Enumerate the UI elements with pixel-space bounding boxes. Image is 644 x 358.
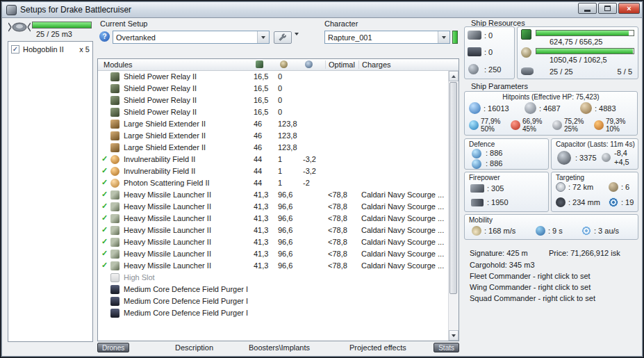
module-row[interactable]: High Slot	[98, 272, 449, 284]
module-row[interactable]: ✓Invulnerability Field II441-3,2	[98, 165, 449, 177]
titlebar[interactable]: Setups for Drake Battlecruiser	[2, 2, 642, 18]
module-powergrid-value: 96,6	[278, 202, 302, 211]
module-row[interactable]: Shield Power Relay II16,50	[98, 95, 449, 106]
maximize-icon	[604, 6, 611, 11]
scroll-up-button[interactable]	[449, 71, 459, 81]
volley-icon	[470, 184, 484, 193]
armor-hp-value: : 4687	[539, 104, 561, 113]
shield-recharge-icon	[472, 149, 481, 158]
close-button[interactable]: ×	[618, 3, 640, 14]
setup-dropdown-button[interactable]	[257, 31, 269, 43]
module-row[interactable]: Medium Core Defence Field Purger I	[98, 295, 449, 307]
tools-dropdown-button[interactable]	[295, 35, 299, 48]
targeting-range-value: : 72 km	[568, 183, 593, 191]
thermal-shield-resist: 66,9%	[522, 117, 542, 125]
module-row[interactable]: ✓Heavy Missile Launcher II41,396,6<78,8C…	[98, 225, 449, 236]
help-icon[interactable]: ?	[99, 31, 110, 42]
module-row[interactable]: Shield Power Relay II16,50	[98, 106, 449, 118]
module-row[interactable]: Shield Power Relay II16,50	[98, 71, 449, 83]
warp-speed-value: : 3 au/s	[594, 227, 619, 235]
large-shield-extender-icon	[110, 120, 119, 129]
module-cpu-value: 16,5	[254, 108, 277, 116]
em-resist-icon	[469, 120, 479, 130]
module-row[interactable]: Large Shield Extender II46123,8	[98, 142, 449, 154]
kinetic-shield-resist: 75,2%	[564, 117, 584, 125]
module-cpu-value: 41,3	[254, 226, 277, 234]
module-row[interactable]: ✓Heavy Missile Launcher II41,396,6<78,8C…	[98, 213, 449, 225]
module-cap-value: -3,2	[303, 155, 324, 163]
align-time-value: : 9 s	[548, 227, 563, 235]
module-cpu-value: 41,3	[254, 202, 277, 211]
wing-commander-line[interactable]: Wing Commander - right click to set	[470, 283, 591, 291]
module-row[interactable]: Shield Power Relay II16,50	[98, 83, 449, 95]
tab-description[interactable]: Description	[175, 343, 213, 352]
module-row[interactable]: ✓Heavy Missile Launcher II41,396,6<78,8C…	[98, 189, 449, 201]
module-row[interactable]: ✓Heavy Missile Launcher II41,396,6<78,8C…	[98, 236, 449, 248]
module-powergrid-value: 123,8	[278, 120, 302, 128]
cpu-column-icon	[256, 60, 263, 68]
character-select[interactable]: Rapture_001	[324, 31, 450, 44]
module-charges-value: Caldari Navy Scourge ...	[361, 226, 449, 234]
optimal-column-header: Optimal	[325, 60, 355, 69]
module-cpu-value: 46	[254, 120, 277, 128]
scroll-thumb[interactable]	[449, 82, 457, 294]
module-optimal-value: <78,8	[328, 238, 358, 246]
tab-boosters-implants[interactable]: Boosters\Implants	[249, 343, 310, 352]
warp-speed-icon	[581, 226, 591, 236]
drone-name: Hobgoblin II	[23, 45, 64, 54]
calibration-value: : 250	[484, 65, 501, 74]
module-charges-value: Caldari Navy Scourge ...	[361, 202, 449, 211]
scroll-down-button[interactable]	[449, 330, 459, 341]
module-row[interactable]: ✓Photon Scattering Field II441-2	[98, 177, 449, 189]
character-skill-bar	[452, 31, 458, 44]
chevron-down-icon	[442, 36, 446, 39]
tab-stats[interactable]: Stats	[434, 343, 459, 352]
tools-button[interactable]	[274, 31, 292, 44]
chevron-down-icon	[261, 36, 265, 39]
character-label: Character	[324, 19, 358, 28]
dronebay-icon	[521, 67, 534, 75]
fitted-check-icon: ✓	[100, 202, 109, 211]
module-name: Heavy Missile Launcher II	[124, 261, 251, 270]
thermal-resist-icon	[511, 120, 520, 130]
minimize-button[interactable]	[578, 3, 597, 14]
module-name: Heavy Missile Launcher II	[124, 238, 251, 246]
module-name: Medium Core Defence Field Purger I	[124, 285, 251, 293]
module-row[interactable]: Medium Core Defence Field Purger I	[98, 284, 449, 295]
module-row[interactable]: Large Shield Extender II46123,8	[98, 118, 449, 130]
module-row[interactable]: ✓Heavy Missile Launcher II41,396,6<78,8C…	[98, 201, 449, 213]
large-shield-extender-icon	[110, 131, 119, 140]
module-charges-value: Caldari Navy Scourge ...	[361, 190, 449, 199]
drone-list[interactable]: ✓ Hobgoblin II x 5	[8, 41, 93, 342]
character-dropdown-button[interactable]	[438, 31, 449, 43]
ship-parameters-title: Ship Parameters	[471, 82, 528, 90]
module-cpu-value: 41,3	[254, 238, 277, 246]
module-name: Shield Power Relay II	[124, 84, 251, 92]
wrench-icon	[278, 33, 288, 42]
character-value: Rapture_001	[325, 33, 438, 42]
module-row[interactable]: ✓Heavy Missile Launcher II41,396,6<78,8C…	[98, 260, 449, 272]
module-row[interactable]: Large Shield Extender II46123,8	[98, 130, 449, 142]
module-row[interactable]: ✓Heavy Missile Launcher II41,396,6<78,8C…	[98, 248, 449, 260]
tab-projected-effects[interactable]: Projected effects	[349, 343, 406, 352]
passive-defence-icon	[472, 159, 481, 169]
drone-checkbox[interactable]: ✓	[11, 45, 19, 54]
fleet-commander-line[interactable]: Fleet Commander - right click to set	[470, 272, 591, 280]
module-charges-value: Caldari Navy Scourge ...	[361, 214, 449, 222]
large-shield-extender-icon	[110, 143, 119, 152]
module-row[interactable]: Medium Core Defence Field Purger I	[98, 307, 449, 319]
maximize-button[interactable]	[598, 3, 617, 14]
kinetic-resist-icon	[552, 120, 562, 130]
modules-scrollbar[interactable]	[448, 71, 459, 341]
module-row[interactable]: ✓Invulnerability Field II441-3,2	[98, 154, 449, 165]
module-powergrid-value: 1	[278, 167, 302, 175]
module-powergrid-value: 123,8	[278, 143, 302, 152]
tab-drones[interactable]: Drones	[97, 343, 129, 352]
drone-list-item[interactable]: ✓ Hobgoblin II x 5	[8, 43, 92, 55]
module-optimal-value: <78,8	[328, 202, 358, 211]
squad-commander-line[interactable]: Squad Commander - right click to set	[470, 294, 595, 302]
module-optimal-value: <78,8	[328, 226, 358, 234]
module-cap-value: -3,2	[303, 167, 324, 175]
em-shield-resist: 77,9%	[481, 117, 500, 125]
setup-select[interactable]: Overtanked	[113, 31, 270, 44]
